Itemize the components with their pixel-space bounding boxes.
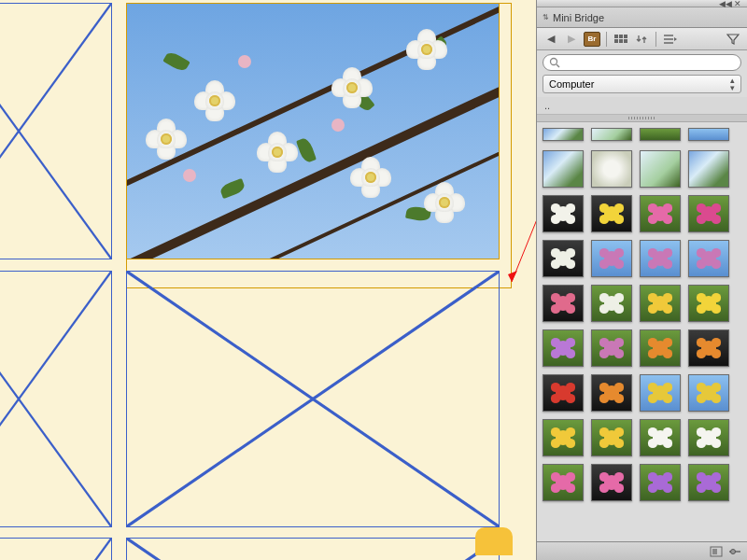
svg-line-2 <box>0 272 111 526</box>
thumbnail-trumpet-2[interactable] <box>688 374 729 412</box>
svg-point-26 <box>731 549 736 553</box>
search-field-wrap[interactable] <box>543 54 741 71</box>
location-dropdown[interactable]: Computer ▴▾ <box>543 75 741 93</box>
svg-rect-14 <box>624 35 627 38</box>
image-frame-left-bottom[interactable] <box>0 271 112 527</box>
svg-line-1 <box>0 4 111 259</box>
svg-rect-13 <box>619 35 623 38</box>
thumbnail-aster-purple-2[interactable] <box>688 464 729 501</box>
svg-line-5 <box>0 539 111 560</box>
bridge-launch-button[interactable]: Br <box>584 32 600 47</box>
thumbnail-rose-pink[interactable] <box>543 285 584 322</box>
thumbnail-rose-yellow-4[interactable] <box>591 419 632 456</box>
document-canvas[interactable] <box>0 0 536 560</box>
thumbnail-daisy-2[interactable] <box>688 419 729 456</box>
thumbnail-flower-fox-1[interactable] <box>591 240 632 277</box>
panel-footer <box>537 541 747 560</box>
thumbnail-flower-yellow-1[interactable] <box>591 195 632 232</box>
thumbnail-landscape-1[interactable] <box>543 128 584 141</box>
thumbnail-blossom-4[interactable] <box>688 150 729 188</box>
thumbnail-scroll-area[interactable] <box>537 122 747 541</box>
thumbnail-flower-fox-2[interactable] <box>640 240 681 277</box>
image-frame-left-top[interactable] <box>0 3 112 259</box>
sort-icon[interactable] <box>633 32 650 47</box>
thumbnail-landscape-3[interactable] <box>640 128 681 141</box>
slider-icon[interactable] <box>728 545 741 558</box>
thumbnail-blossom-3[interactable] <box>640 150 681 188</box>
image-frame-lower2[interactable] <box>126 538 500 560</box>
svg-rect-15 <box>614 39 618 43</box>
svg-line-22 <box>557 64 559 67</box>
thumbnail-blossom-2[interactable] <box>591 150 632 188</box>
svg-line-0 <box>0 4 111 259</box>
filter-icon[interactable] <box>725 32 741 47</box>
panel-tab-bar: ⇅ Mini Bridge <box>537 7 747 28</box>
image-frame-lower[interactable] <box>126 271 500 527</box>
thumbnail-flower-orange[interactable] <box>640 329 681 367</box>
drag-arrow-indicator <box>504 177 536 289</box>
search-input[interactable] <box>560 57 735 68</box>
svg-line-10 <box>512 180 536 282</box>
chevron-updown-icon: ⇅ <box>543 13 549 21</box>
thumbnail-trumpet-1[interactable] <box>640 374 681 412</box>
panel-title-label: Mini Bridge <box>553 12 604 23</box>
image-frame-main-filled[interactable] <box>126 3 500 259</box>
collapse-icon[interactable]: ◀◀ <box>719 0 728 7</box>
close-icon[interactable]: ✕ <box>734 0 743 7</box>
mini-bridge-panel: ◀◀ ✕ ⇅ Mini Bridge ◀ ▶ Br <box>536 0 747 560</box>
thumbnail-dahlia-pink-2[interactable] <box>591 464 632 501</box>
preview-icon[interactable] <box>710 545 723 558</box>
thumbnail-flower-purple[interactable] <box>543 329 584 367</box>
thumbnail-rose-white[interactable] <box>591 285 632 322</box>
panel-drag-handle[interactable] <box>537 115 747 122</box>
nav-back-button[interactable]: ◀ <box>543 32 559 47</box>
page-indicator-tab[interactable] <box>475 527 513 555</box>
svg-marker-11 <box>508 271 517 282</box>
thumbnail-flower-white[interactable] <box>543 195 584 232</box>
svg-rect-24 <box>712 549 717 554</box>
thumbnail-flower-fox-4[interactable] <box>591 329 632 367</box>
thumbnail-blossom-1[interactable] <box>543 150 584 188</box>
thumbnail-landscape-2[interactable] <box>591 128 632 141</box>
thumbnail-flower-mix[interactable] <box>591 374 632 412</box>
placed-image-blossoms <box>127 4 499 259</box>
thumbnail-flower-red[interactable] <box>543 374 584 412</box>
image-frame-left-bottom2[interactable] <box>0 538 112 560</box>
thumbnail-aster-purple[interactable] <box>640 464 681 501</box>
path-dots: .. <box>544 100 550 111</box>
thumbnail-dahlia-pink[interactable] <box>543 464 584 501</box>
list-menu-icon[interactable] <box>662 32 679 47</box>
panel-tab-mini-bridge[interactable]: ⇅ Mini Bridge <box>543 12 604 23</box>
thumbnail-flower-fox-3[interactable] <box>688 240 729 277</box>
thumbnail-flower-white-2[interactable] <box>543 240 584 277</box>
thumbnail-daisy-1[interactable] <box>640 419 681 456</box>
nav-forward-button[interactable]: ▶ <box>563 32 580 47</box>
search-icon <box>549 57 560 68</box>
thumbnail-flower-pink-2[interactable] <box>688 195 729 232</box>
svg-rect-17 <box>624 39 627 43</box>
svg-point-21 <box>551 59 557 65</box>
thumbnail-landscape-4[interactable] <box>688 128 729 141</box>
thumbnail-flower-pink-1[interactable] <box>640 195 681 232</box>
thumbnail-flower-torch[interactable] <box>688 329 729 367</box>
svg-line-9 <box>127 539 499 560</box>
svg-line-8 <box>127 539 499 560</box>
chevron-updown-icon: ▴▾ <box>730 77 735 91</box>
svg-rect-12 <box>614 35 618 38</box>
thumbnail-rose-yellow-2[interactable] <box>688 285 729 322</box>
svg-rect-16 <box>619 39 623 43</box>
thumbnail-rose-yellow-3[interactable] <box>543 419 584 456</box>
thumbnail-rose-yellow[interactable] <box>640 285 681 322</box>
view-mode-icon[interactable] <box>613 32 629 47</box>
svg-line-4 <box>0 539 111 560</box>
location-selected-label: Computer <box>549 78 594 90</box>
svg-line-3 <box>0 272 111 526</box>
path-breadcrumb[interactable]: .. <box>537 97 747 115</box>
panel-toolbar: ◀ ▶ Br <box>537 28 747 50</box>
panel-top-strip: ◀◀ ✕ <box>537 0 747 7</box>
